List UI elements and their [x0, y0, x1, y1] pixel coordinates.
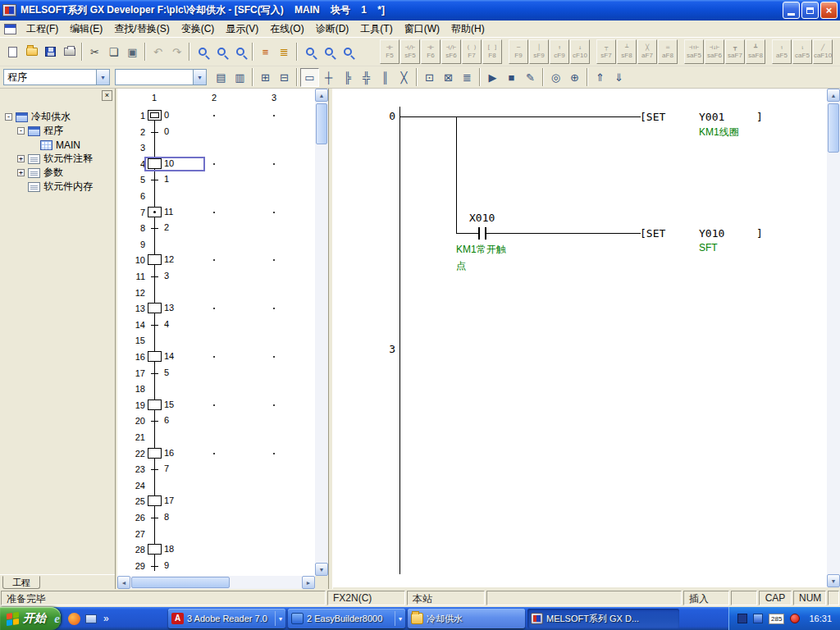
- fkey-cF9-button[interactable]: ↑cF9: [550, 39, 569, 64]
- sfc-block-comment-button[interactable]: ⊟: [275, 68, 294, 87]
- menu-help[interactable]: 帮助(H): [445, 21, 491, 38]
- sfc-step[interactable]: [148, 303, 162, 313]
- menu-diagnostics[interactable]: 诊断(D): [310, 21, 355, 38]
- tree-item-program-folder[interactable]: -程序: [0, 124, 115, 138]
- sfc-step[interactable]: [148, 207, 162, 217]
- scroll-down-icon[interactable]: ▼: [315, 563, 328, 576]
- menu-view[interactable]: 显示(V): [220, 21, 264, 38]
- menu-edit[interactable]: 编辑(E): [64, 21, 108, 38]
- sfc-step[interactable]: [148, 254, 162, 265]
- show-desktop-icon[interactable]: [85, 614, 97, 623]
- sfc-transition-button[interactable]: ┼: [319, 68, 338, 87]
- tray-ime-icon[interactable]: [737, 614, 747, 623]
- taskbar-button-2[interactable]: 2 EasyBuilder8000▾: [288, 609, 405, 628]
- sfc-transition[interactable]: [151, 228, 158, 229]
- melsoft-app-icon[interactable]: [2, 4, 16, 16]
- fkey-cF10-button[interactable]: ↓cF10: [570, 39, 590, 64]
- convert-program-button[interactable]: ≡: [256, 43, 275, 62]
- project-data-list-button[interactable]: ▤: [212, 68, 231, 87]
- convert-all-programs-button[interactable]: ≣: [275, 43, 294, 62]
- close-button[interactable]: ×: [820, 2, 838, 19]
- fkey-sF7-button[interactable]: ┬sF7: [596, 39, 616, 64]
- sfc-vertical-line-button[interactable]: ║: [376, 68, 395, 87]
- monitor-mode-button[interactable]: [300, 43, 319, 62]
- tray-network-icon[interactable]: [753, 614, 763, 623]
- set-instruction[interactable]: [SET: [640, 227, 665, 240]
- sfc-transition[interactable]: [151, 325, 158, 326]
- combo-dropdown-icon[interactable]: ▼: [193, 70, 206, 84]
- sfc-hscroll-thumb[interactable]: [131, 577, 230, 588]
- sfc-step[interactable]: [148, 544, 162, 555]
- fkey-sF9-button[interactable]: │sF9: [529, 39, 549, 64]
- fkey-sF5-button[interactable]: ⊣/⊢sF5: [400, 39, 420, 64]
- sfc-transition[interactable]: [151, 276, 158, 277]
- menu-project[interactable]: 工程(F): [21, 21, 64, 38]
- mdi-child-icon[interactable]: [4, 24, 16, 34]
- find-device-button[interactable]: [193, 43, 212, 62]
- sfc-parallel-branch-button[interactable]: ╬: [357, 68, 376, 87]
- tree-item-project[interactable]: -冷却供水: [0, 110, 115, 124]
- read-from-plc-button[interactable]: ⇓: [609, 68, 628, 87]
- zoom-source-button[interactable]: ⊡: [420, 68, 439, 87]
- fkey-saF5-button[interactable]: ⊣↑⊢saF5: [684, 39, 704, 64]
- sfc-line-delete-button[interactable]: ╳: [395, 68, 413, 87]
- combo-dropdown-icon[interactable]: ▼: [96, 70, 109, 84]
- undo-button[interactable]: ↶: [148, 43, 167, 62]
- sfc-horizontal-scrollbar[interactable]: ◄ ►: [117, 576, 328, 589]
- write-to-plc-button[interactable]: ⇑: [591, 68, 609, 87]
- menu-window[interactable]: 窗口(W): [399, 21, 445, 38]
- sfc-step[interactable]: [148, 158, 162, 169]
- fkey-caF5-button[interactable]: ⇂caF5: [792, 39, 812, 64]
- sfc-transition[interactable]: [151, 566, 158, 567]
- sfc-step[interactable]: [148, 351, 162, 362]
- tray-counter-badge[interactable]: 285: [769, 614, 784, 624]
- open-project-button[interactable]: [22, 43, 41, 62]
- sfc-step[interactable]: [148, 399, 162, 410]
- fkey-aF5-button[interactable]: ↿aF5: [772, 39, 792, 64]
- menu-find-replace[interactable]: 查找/替换(S): [108, 21, 175, 38]
- fkey-F7-button[interactable]: ( )F7: [462, 39, 482, 64]
- media-player-icon[interactable]: [68, 613, 80, 625]
- redo-button[interactable]: ↷: [167, 43, 186, 62]
- sfc-transition[interactable]: [151, 518, 158, 518]
- fkey-sF8-button[interactable]: ┴sF8: [617, 39, 637, 64]
- tree-item-device-comment[interactable]: +软元件注释: [0, 152, 115, 166]
- secondary-combobox[interactable]: ▼: [115, 69, 207, 85]
- zoom-find-button[interactable]: [338, 43, 357, 62]
- sfc-block-list-button[interactable]: ⊞: [256, 68, 275, 87]
- copy-button[interactable]: ❏: [104, 43, 123, 62]
- ladder-vscroll-thumb[interactable]: [828, 103, 839, 153]
- find-contact-coil-button[interactable]: [231, 43, 249, 62]
- monitor-write-mode-button[interactable]: [319, 43, 338, 62]
- tree-item-main-program[interactable]: MAIN: [0, 138, 115, 152]
- tray-alert-icon[interactable]: [790, 614, 800, 623]
- print-button[interactable]: [60, 43, 79, 62]
- restore-button[interactable]: [801, 2, 819, 19]
- minimize-button[interactable]: [783, 2, 800, 19]
- scroll-down-icon[interactable]: ▼: [827, 574, 840, 587]
- fkey-saF8-button[interactable]: ┻saF8: [746, 39, 765, 64]
- new-project-button[interactable]: [3, 43, 22, 62]
- sfc-step[interactable]: [148, 110, 162, 121]
- set-instruction[interactable]: [SET: [640, 111, 665, 123]
- device-test-button[interactable]: ✎: [521, 68, 540, 87]
- fkey-F8-button[interactable]: [ ]F8: [482, 39, 502, 64]
- sfc-step-button[interactable]: ▭: [300, 68, 319, 87]
- sfc-transition[interactable]: [151, 421, 158, 422]
- save-project-button[interactable]: [41, 43, 60, 62]
- contact-device-label[interactable]: X010: [469, 212, 495, 224]
- menu-online[interactable]: 在线(O): [264, 21, 309, 38]
- find-instruction-button[interactable]: [212, 43, 231, 62]
- scroll-up-icon[interactable]: ▲: [315, 89, 328, 102]
- fkey-aF8-button[interactable]: ═aF8: [658, 39, 678, 64]
- fkey-F5-button[interactable]: ⊣⊢F5: [380, 39, 399, 64]
- panel-close-icon[interactable]: ×: [102, 90, 112, 101]
- taskbar-button-3[interactable]: 冷却供水: [408, 609, 525, 628]
- ladder-vertical-scrollbar[interactable]: ▲ ▼: [827, 89, 840, 587]
- scroll-right-icon[interactable]: ►: [302, 576, 315, 589]
- paste-button[interactable]: ▣: [123, 43, 142, 62]
- sfc-transition[interactable]: [151, 180, 158, 180]
- tree-expander-icon[interactable]: +: [17, 169, 25, 176]
- fkey-aF7-button[interactable]: ╳aF7: [637, 39, 657, 64]
- monitor-start-button[interactable]: ▶: [483, 68, 502, 87]
